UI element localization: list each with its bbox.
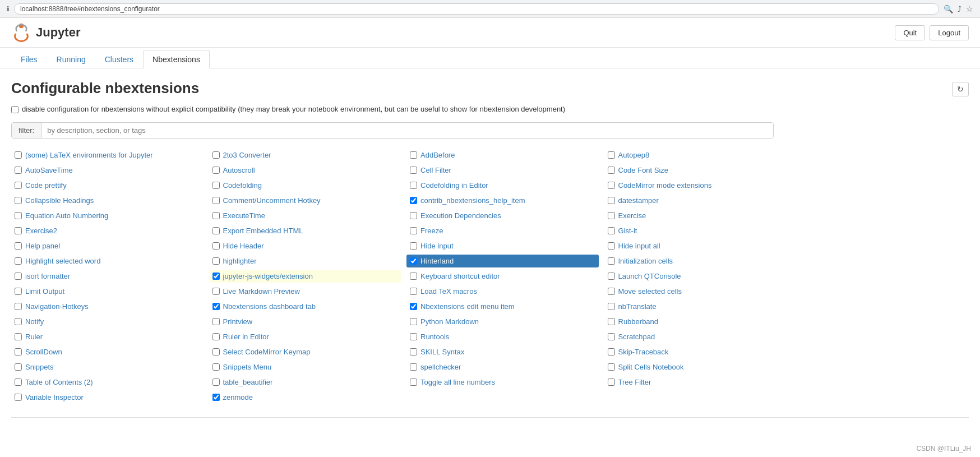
list-item[interactable]: Printview bbox=[209, 315, 401, 328]
ext-link[interactable]: Variable Inspector bbox=[25, 393, 84, 401]
ext-checkbox[interactable] bbox=[212, 363, 220, 371]
ext-checkbox[interactable] bbox=[15, 167, 22, 174]
ext-checkbox[interactable] bbox=[608, 348, 615, 356]
list-item[interactable]: Nbextensions edit menu item bbox=[406, 300, 599, 313]
ext-link[interactable]: Hide input all bbox=[618, 242, 660, 250]
ext-link[interactable]: Notify bbox=[25, 317, 44, 326]
ext-checkbox[interactable] bbox=[608, 182, 615, 189]
ext-link[interactable]: table_beautifier bbox=[223, 378, 273, 386]
list-item[interactable]: CodeMirror mode extensions bbox=[604, 179, 797, 192]
ext-checkbox[interactable] bbox=[15, 394, 22, 401]
logout-button[interactable]: Logout bbox=[930, 25, 969, 40]
ext-link[interactable]: isort formatter bbox=[25, 272, 70, 280]
list-item[interactable]: Collapsible Headings bbox=[11, 194, 204, 207]
ext-checkbox[interactable] bbox=[410, 318, 417, 325]
list-item[interactable]: Tree Filter bbox=[604, 376, 797, 389]
list-item[interactable]: highlighter bbox=[209, 255, 401, 267]
list-item[interactable]: Rubberband bbox=[604, 315, 797, 328]
ext-link[interactable]: Code Font Size bbox=[618, 166, 669, 174]
list-item[interactable]: Initialization cells bbox=[604, 255, 797, 267]
ext-checkbox[interactable] bbox=[410, 242, 417, 250]
ext-link[interactable]: Ruler bbox=[25, 333, 43, 341]
ext-checkbox[interactable] bbox=[608, 303, 615, 310]
list-item[interactable]: Code Font Size bbox=[604, 164, 797, 177]
ext-checkbox[interactable] bbox=[410, 257, 417, 265]
list-item[interactable]: Execution Dependencies bbox=[406, 209, 599, 222]
list-item[interactable]: Codefolding in Editor bbox=[406, 179, 599, 192]
ext-link[interactable]: Nbextensions dashboard tab bbox=[223, 302, 316, 311]
list-item[interactable]: isort formatter bbox=[11, 270, 204, 283]
tab-nbextensions[interactable]: Nbextensions bbox=[143, 50, 210, 68]
list-item[interactable]: Export Embedded HTML bbox=[209, 224, 401, 237]
ext-link[interactable]: Table of Contents (2) bbox=[25, 378, 93, 386]
ext-checkbox[interactable] bbox=[212, 212, 220, 219]
ext-checkbox[interactable] bbox=[410, 227, 417, 234]
ext-link[interactable]: Hinterland bbox=[420, 257, 454, 265]
list-item[interactable]: Split Cells Notebook bbox=[604, 361, 797, 373]
list-item[interactable]: Nbextensions dashboard tab bbox=[209, 300, 401, 313]
ext-link[interactable]: Hide input bbox=[420, 242, 454, 250]
list-item[interactable]: Move selected cells bbox=[604, 285, 797, 298]
list-item[interactable]: Skip-Traceback bbox=[604, 345, 797, 358]
ext-link[interactable]: Load TeX macros bbox=[420, 287, 477, 296]
ext-checkbox[interactable] bbox=[15, 151, 22, 159]
ext-checkbox[interactable] bbox=[15, 212, 22, 219]
ext-link[interactable]: CodeMirror mode extensions bbox=[618, 181, 712, 190]
ext-link[interactable]: AutoSaveTime bbox=[25, 166, 73, 174]
ext-checkbox[interactable] bbox=[608, 288, 615, 295]
ext-checkbox[interactable] bbox=[410, 303, 417, 310]
zoom-icon[interactable]: 🔍 bbox=[944, 4, 953, 13]
url-bar[interactable]: localhost:8888/tree#nbextensions_configu… bbox=[14, 3, 939, 15]
quit-button[interactable]: Quit bbox=[895, 25, 925, 40]
list-item[interactable]: Notify bbox=[11, 315, 204, 328]
ext-checkbox[interactable] bbox=[212, 197, 220, 204]
list-item[interactable]: ScrollDown bbox=[11, 345, 204, 358]
list-item[interactable]: Table of Contents (2) bbox=[11, 376, 204, 389]
list-item[interactable]: Launch QTConsole bbox=[604, 270, 797, 283]
list-item[interactable]: Load TeX macros bbox=[406, 285, 599, 298]
list-item[interactable]: Navigation-Hotkeys bbox=[11, 300, 204, 313]
ext-link[interactable]: Exercise2 bbox=[25, 227, 57, 235]
list-item[interactable]: Variable Inspector bbox=[11, 391, 204, 404]
ext-checkbox[interactable] bbox=[15, 288, 22, 295]
ext-link[interactable]: Nbextensions edit menu item bbox=[420, 302, 515, 311]
list-item[interactable]: Toggle all line numbers bbox=[406, 376, 599, 389]
list-item[interactable]: Hinterland bbox=[406, 255, 599, 267]
list-item[interactable]: contrib_nbextensions_help_item bbox=[406, 194, 599, 207]
ext-link[interactable]: Code prettify bbox=[25, 181, 67, 190]
ext-checkbox[interactable] bbox=[410, 197, 417, 204]
ext-link[interactable]: Python Markdown bbox=[420, 317, 479, 326]
ext-checkbox[interactable] bbox=[212, 318, 220, 325]
ext-link[interactable]: Freeze bbox=[420, 227, 443, 235]
ext-link[interactable]: Launch QTConsole bbox=[618, 272, 681, 280]
ext-checkbox[interactable] bbox=[212, 242, 220, 250]
ext-checkbox[interactable] bbox=[212, 257, 220, 265]
ext-link[interactable]: Tree Filter bbox=[618, 378, 651, 386]
ext-link[interactable]: Collapsible Headings bbox=[25, 196, 94, 205]
list-item[interactable]: zenmode bbox=[209, 391, 401, 404]
ext-link[interactable]: Limit Output bbox=[25, 287, 64, 296]
ext-checkbox[interactable] bbox=[608, 227, 615, 234]
ext-link[interactable]: Move selected cells bbox=[618, 287, 682, 296]
ext-link[interactable]: ScrollDown bbox=[25, 348, 62, 356]
ext-link[interactable]: Initialization cells bbox=[618, 257, 673, 265]
ext-link[interactable]: Rubberband bbox=[618, 317, 659, 326]
compat-checkbox[interactable] bbox=[11, 106, 19, 113]
share-icon[interactable]: ⤴ bbox=[958, 4, 961, 13]
list-item[interactable]: Select CodeMirror Keymap bbox=[209, 345, 401, 358]
ext-link[interactable]: Highlight selected word bbox=[25, 257, 100, 265]
list-item[interactable]: datestamper bbox=[604, 194, 797, 207]
ext-link[interactable]: Comment/Uncomment Hotkey bbox=[223, 196, 321, 205]
ext-checkbox[interactable] bbox=[15, 303, 22, 310]
ext-link[interactable]: Keyboard shortcut editor bbox=[420, 272, 500, 280]
ext-checkbox[interactable] bbox=[608, 212, 615, 219]
list-item[interactable]: Code prettify bbox=[11, 179, 204, 192]
list-item[interactable]: AddBefore bbox=[406, 149, 599, 161]
ext-link[interactable]: datestamper bbox=[618, 196, 659, 205]
ext-link[interactable]: Equation Auto Numbering bbox=[25, 211, 108, 220]
ext-link[interactable]: ExecuteTime bbox=[223, 211, 265, 220]
ext-checkbox[interactable] bbox=[212, 394, 220, 401]
ext-checkbox[interactable] bbox=[212, 333, 220, 340]
ext-checkbox[interactable] bbox=[410, 151, 417, 159]
ext-link[interactable]: Help panel bbox=[25, 242, 60, 250]
